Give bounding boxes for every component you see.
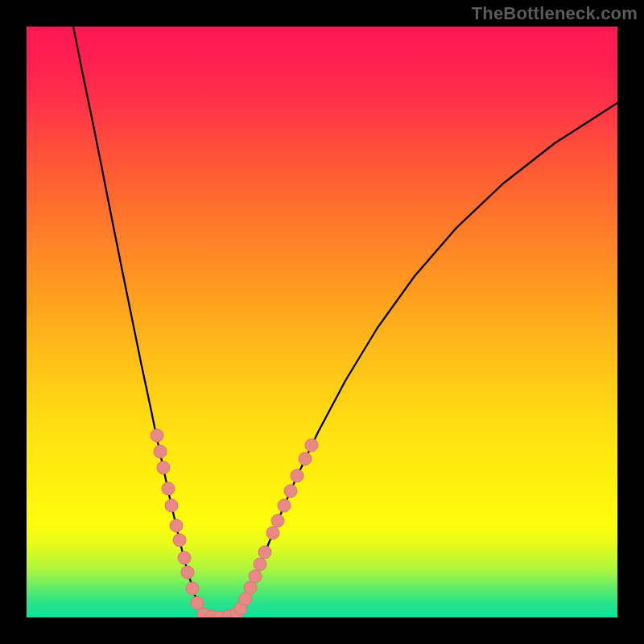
- sample-dot: [162, 482, 175, 495]
- bottleneck-curve: [27, 27, 617, 617]
- v-curve-path: [73, 27, 617, 617]
- sample-dot: [181, 566, 194, 579]
- sample-dot: [305, 439, 318, 452]
- sample-dot: [154, 445, 167, 458]
- sample-dot: [151, 429, 163, 442]
- sample-dot: [266, 526, 279, 539]
- watermark-text: TheBottleneck.com: [472, 3, 638, 24]
- chart-frame: TheBottleneck.com: [0, 0, 644, 644]
- sample-dot: [278, 499, 291, 512]
- sample-dot: [178, 551, 191, 564]
- sample-dot: [170, 519, 183, 532]
- sample-dot: [291, 469, 303, 482]
- sample-dot: [284, 485, 297, 497]
- sample-dot: [173, 534, 186, 547]
- sample-dot: [191, 597, 204, 609]
- sample-dot: [186, 582, 199, 595]
- sample-dot: [271, 514, 284, 527]
- sample-dot: [249, 570, 262, 583]
- sample-dot: [157, 461, 170, 474]
- sample-dot: [258, 546, 271, 559]
- plot-area: [27, 27, 617, 617]
- sample-dot: [254, 558, 266, 571]
- sample-dots: [151, 429, 318, 617]
- sample-dot: [165, 499, 178, 512]
- sample-dot: [299, 452, 312, 465]
